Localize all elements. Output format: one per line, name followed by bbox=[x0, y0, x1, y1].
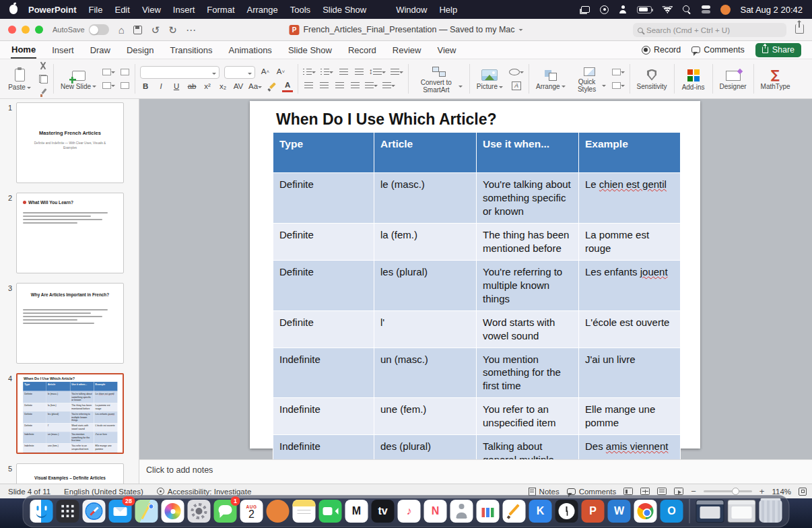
mathtype-button[interactable]: ∑ MathType bbox=[759, 66, 792, 92]
apple-menu-icon[interactable] bbox=[9, 5, 18, 14]
tab-design[interactable]: Design bbox=[126, 42, 154, 58]
reuse-slides-icon[interactable] bbox=[119, 80, 130, 91]
table-cell-type[interactable]: Indefinite bbox=[273, 435, 374, 459]
paste-button[interactable]: Paste bbox=[5, 65, 34, 92]
dock-news-icon[interactable]: N bbox=[424, 500, 447, 523]
sensitivity-button[interactable]: Sensitivity bbox=[635, 67, 669, 92]
dock-notes-app-icon[interactable] bbox=[293, 500, 316, 523]
zoom-percentage[interactable]: 114% bbox=[772, 488, 791, 496]
picture-button[interactable]: Picture bbox=[475, 66, 505, 92]
tab-draw[interactable]: Draw bbox=[90, 42, 111, 58]
dock-powerpoint-icon[interactable]: P bbox=[582, 500, 605, 523]
slide-sorter-view-button[interactable] bbox=[640, 488, 650, 495]
dock-calendar-icon[interactable]: AUG2 bbox=[240, 500, 263, 523]
justify-icon[interactable] bbox=[349, 80, 360, 91]
change-case-icon[interactable]: Aa bbox=[248, 81, 262, 92]
table-cell-article[interactable]: un (masc.) bbox=[374, 348, 477, 398]
table-cell-type[interactable]: Definite bbox=[273, 260, 374, 310]
reading-view-button[interactable] bbox=[657, 488, 667, 495]
bullets-icon[interactable] bbox=[303, 67, 316, 77]
font-size-select[interactable] bbox=[224, 66, 255, 79]
menubar-menu-edit[interactable]: Edit bbox=[114, 5, 129, 15]
designer-button[interactable]: Designer bbox=[718, 67, 749, 92]
table-cell-article[interactable]: la (fem.) bbox=[374, 223, 477, 260]
underline-icon[interactable]: U bbox=[171, 81, 182, 92]
thumbnail-slide-1[interactable]: Mastering French Articles Definite and I… bbox=[16, 102, 124, 183]
menubar-menu-slide-show[interactable]: Slide Show bbox=[323, 5, 366, 15]
dock-window-preview-1-icon[interactable] bbox=[696, 500, 724, 523]
tab-animations[interactable]: Animations bbox=[228, 42, 273, 58]
table-column-header[interactable]: Article bbox=[374, 133, 477, 173]
table-column-header[interactable]: Example bbox=[579, 133, 681, 173]
decrease-indent-icon[interactable] bbox=[338, 67, 349, 77]
table-cell-example[interactable]: Elle mange une pomme bbox=[579, 398, 681, 435]
menubar-clock[interactable]: Sat Aug 2 20:42 bbox=[740, 5, 803, 15]
dock-outlook-icon[interactable]: O bbox=[661, 500, 683, 523]
table-cell-example[interactable]: La pomme est rouge bbox=[579, 223, 681, 260]
menubar-app-menu[interactable]: PowerPoint bbox=[28, 5, 77, 15]
copy-icon[interactable] bbox=[38, 73, 48, 84]
window-manager-icon[interactable] bbox=[581, 6, 590, 13]
table-cell-use[interactable]: You mention something for the first time bbox=[477, 348, 579, 398]
article-table[interactable]: TypeArticleUse it when...ExampleDefinite… bbox=[273, 132, 681, 459]
redo-icon[interactable]: ↻ bbox=[168, 25, 177, 35]
table-cell-use[interactable]: Talking about general multiple things bbox=[477, 435, 579, 459]
notes-pane[interactable]: Click to add notes bbox=[139, 459, 812, 484]
table-column-header[interactable]: Type bbox=[273, 133, 374, 173]
tab-insert[interactable]: Insert bbox=[51, 42, 75, 58]
layout-icon[interactable] bbox=[102, 67, 115, 77]
reset-layout-icon[interactable] bbox=[119, 67, 130, 77]
increase-font-size-icon[interactable]: A˄ bbox=[260, 67, 271, 77]
character-spacing-icon[interactable]: AV bbox=[233, 81, 244, 92]
add-ins-button[interactable]: Add-ins bbox=[679, 66, 708, 92]
menubar-menu-arrange[interactable]: Arrange bbox=[247, 5, 278, 15]
table-cell-article[interactable]: le (masc.) bbox=[374, 173, 477, 224]
menubar-menu-insert[interactable]: Insert bbox=[173, 5, 195, 15]
close-window-button[interactable] bbox=[8, 26, 16, 34]
tab-home[interactable]: Home bbox=[11, 42, 36, 59]
profile-avatar-icon[interactable] bbox=[720, 5, 731, 15]
spotlight-search-icon[interactable] bbox=[683, 5, 691, 14]
italic-icon[interactable]: I bbox=[156, 81, 166, 92]
dock-clock-app-icon[interactable] bbox=[555, 500, 578, 523]
cut-icon[interactable] bbox=[38, 60, 48, 71]
shape-fill-icon[interactable] bbox=[612, 67, 625, 77]
dock-stocks-icon[interactable] bbox=[477, 500, 500, 523]
search-box[interactable] bbox=[633, 23, 786, 37]
quick-styles-button[interactable]: Quick Styles bbox=[572, 63, 608, 94]
dock-messages-icon[interactable]: 1 bbox=[214, 500, 237, 523]
subscript-icon[interactable]: x₂ bbox=[217, 81, 228, 92]
decrease-font-size-icon[interactable]: A˅ bbox=[275, 67, 286, 77]
minimize-window-button[interactable] bbox=[22, 26, 30, 34]
notes-toggle-button[interactable]: Notes bbox=[529, 488, 560, 496]
thumbnail-slide-4-selected[interactable]: When Do I Use Which Article?TypeArticleU… bbox=[16, 373, 124, 454]
table-cell-article[interactable]: les (plural) bbox=[374, 260, 477, 310]
record-button[interactable]: Record bbox=[642, 45, 681, 55]
search-input[interactable] bbox=[646, 26, 782, 34]
menubar-menu-view[interactable]: View bbox=[142, 5, 161, 15]
slide-editing-canvas[interactable]: When Do I Use Which Article?TypeArticleU… bbox=[139, 99, 812, 459]
fit-slide-to-window-button[interactable] bbox=[799, 488, 807, 496]
dock-settings-icon[interactable] bbox=[188, 500, 211, 523]
table-cell-use[interactable]: You're referring to multiple known thing… bbox=[477, 260, 579, 310]
table-cell-example[interactable]: Les enfants jouent bbox=[579, 260, 681, 310]
dock-launchpad-icon[interactable] bbox=[57, 500, 79, 523]
menubar-menu-window[interactable]: Window bbox=[396, 5, 427, 15]
increase-indent-icon[interactable] bbox=[353, 67, 364, 77]
superscript-icon[interactable]: x² bbox=[202, 81, 213, 92]
shapes-icon[interactable] bbox=[509, 67, 524, 77]
dock-keynote-icon[interactable]: K bbox=[529, 500, 552, 523]
text-box-icon[interactable]: A bbox=[509, 80, 524, 91]
share-button[interactable]: Share bbox=[755, 43, 801, 57]
menubar-menu-format[interactable]: Format bbox=[207, 5, 234, 15]
table-cell-article[interactable]: des (plural) bbox=[374, 435, 477, 459]
undo-icon[interactable]: ↺ bbox=[151, 25, 160, 35]
language-indicator[interactable]: English (United States) bbox=[64, 488, 143, 496]
dock-chrome-icon[interactable] bbox=[634, 500, 657, 523]
dock-safari-icon[interactable] bbox=[83, 500, 106, 523]
font-name-select[interactable] bbox=[140, 66, 219, 79]
zoom-slider-knob[interactable] bbox=[732, 488, 739, 495]
thumbnail-slide-5[interactable]: Visual Examples – Definite Articles bbox=[16, 463, 124, 484]
align-text-icon[interactable] bbox=[382, 80, 395, 91]
comments-toggle-button[interactable]: Comments bbox=[567, 488, 617, 496]
